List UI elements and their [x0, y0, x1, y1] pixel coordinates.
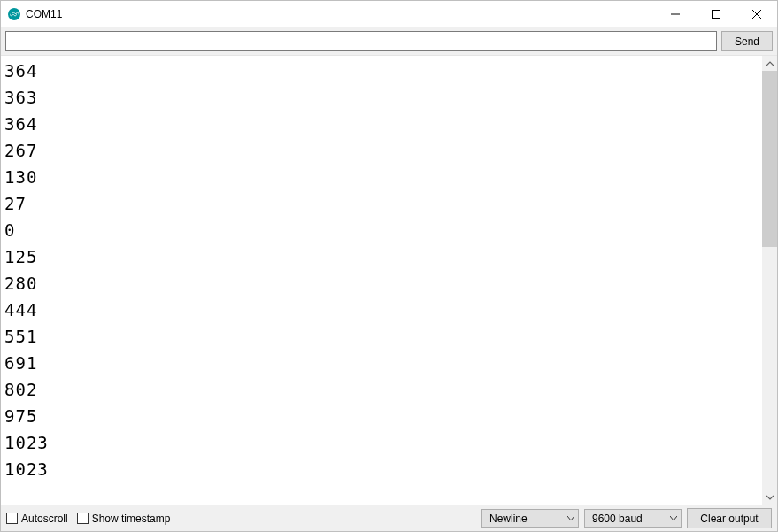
- close-button[interactable]: [736, 1, 777, 27]
- titlebar: COM11: [1, 1, 777, 27]
- show-timestamp-checkbox[interactable]: Show timestamp: [77, 513, 171, 525]
- console-output[interactable]: 364 363 364 267 130 27 0 125 280 444 551…: [1, 56, 762, 505]
- show-timestamp-label: Show timestamp: [92, 513, 171, 525]
- maximize-button[interactable]: [696, 1, 736, 27]
- clear-output-button[interactable]: Clear output: [687, 508, 772, 528]
- baud-rate-select[interactable]: 9600 baud: [584, 509, 682, 528]
- vertical-scrollbar[interactable]: [762, 56, 777, 505]
- checkbox-icon: [77, 513, 89, 524]
- line-ending-select[interactable]: Newline: [481, 509, 579, 528]
- chevron-down-icon: [567, 516, 574, 521]
- window-title: COM11: [26, 8, 62, 20]
- scroll-down-arrow-icon[interactable]: [762, 490, 777, 505]
- scroll-thumb[interactable]: [762, 71, 777, 247]
- send-button[interactable]: Send: [721, 31, 773, 51]
- scroll-up-arrow-icon[interactable]: [762, 56, 777, 71]
- minimize-button[interactable]: [655, 1, 696, 27]
- svg-rect-1: [713, 11, 720, 19]
- serial-monitor-window: COM11 Send 364 363 364 267 130 27 0 125 …: [0, 0, 778, 532]
- checkbox-icon: [6, 513, 18, 524]
- scroll-track[interactable]: [762, 71, 777, 490]
- window-controls: [655, 1, 777, 27]
- baud-rate-value: 9600 baud: [592, 513, 643, 525]
- chevron-down-icon: [670, 516, 677, 521]
- bottom-toolbar: Autoscroll Show timestamp Newline 9600 b…: [1, 505, 777, 531]
- arduino-icon: [8, 8, 20, 20]
- console-area: 364 363 364 267 130 27 0 125 280 444 551…: [1, 56, 777, 505]
- line-ending-value: Newline: [489, 513, 528, 525]
- autoscroll-checkbox[interactable]: Autoscroll: [6, 513, 68, 525]
- autoscroll-label: Autoscroll: [21, 513, 68, 525]
- serial-input[interactable]: [5, 31, 717, 51]
- top-toolbar: Send: [1, 27, 777, 56]
